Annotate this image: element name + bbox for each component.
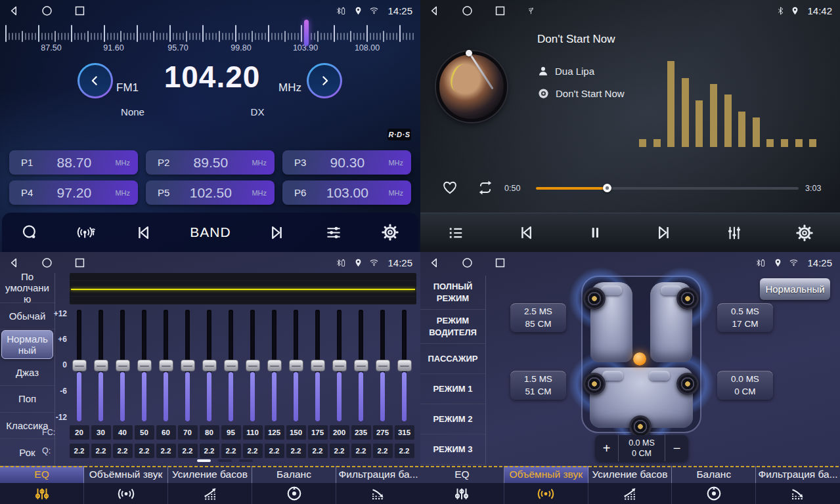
q-value-chip[interactable]: 2.2: [178, 444, 198, 458]
fc-value-chip[interactable]: 235: [351, 425, 371, 440]
slider-handle[interactable]: [332, 360, 347, 371]
q-value-chip[interactable]: 2.2: [113, 444, 133, 458]
eq-band-slider-15[interactable]: [372, 307, 393, 428]
delay-increase-button[interactable]: +: [595, 435, 618, 461]
preset-button-p6[interactable]: P6103.00MHz: [282, 180, 411, 205]
slider-handle[interactable]: [267, 360, 282, 371]
settings-button[interactable]: [381, 223, 399, 242]
progress-thumb[interactable]: [603, 184, 611, 192]
fc-value-chip[interactable]: 110: [243, 425, 263, 440]
eq-band-slider-9[interactable]: [242, 307, 263, 428]
eq-band-slider-7[interactable]: [198, 307, 220, 428]
back-button[interactable]: [8, 257, 20, 269]
slider-handle[interactable]: [159, 360, 173, 371]
fc-value-chip[interactable]: 200: [330, 425, 349, 440]
delay-decrease-button[interactable]: −: [665, 435, 688, 461]
soundfield-mode-1[interactable]: ПОЛНЫЙ РЕЖИМ: [420, 276, 485, 310]
eq-band-slider-13[interactable]: [328, 307, 350, 428]
slider-handle[interactable]: [181, 360, 195, 371]
rear-right-speaker[interactable]: [676, 373, 699, 395]
eq-band-slider-2[interactable]: [90, 307, 112, 428]
slider-handle[interactable]: [202, 360, 217, 371]
band-button[interactable]: BAND: [190, 224, 231, 240]
slider-handle[interactable]: [289, 360, 303, 371]
equalizer-button[interactable]: [725, 224, 743, 242]
q-value-chip[interactable]: 2.2: [265, 444, 284, 458]
q-value-chip[interactable]: 2.2: [243, 444, 263, 458]
slider-handle[interactable]: [224, 360, 238, 371]
settings-button[interactable]: [795, 224, 814, 242]
tab-filter[interactable]: Фильтрация ба...: [756, 466, 840, 504]
search-button[interactable]: [21, 224, 39, 242]
rear-left-speaker[interactable]: [583, 373, 606, 395]
fc-value-chip[interactable]: 20: [70, 425, 89, 440]
pause-button[interactable]: [586, 224, 604, 242]
preset-button-p3[interactable]: P390.30MHz: [282, 150, 411, 175]
q-value-chip[interactable]: 2.2: [395, 444, 414, 458]
eq-band-slider-10[interactable]: [263, 307, 285, 428]
soundfield-mode-3[interactable]: ПАССАЖИР: [420, 344, 485, 374]
fc-value-chip[interactable]: 315: [395, 425, 414, 440]
tune-down-button[interactable]: [77, 63, 113, 98]
slider-handle[interactable]: [137, 360, 152, 371]
slider-handle[interactable]: [94, 360, 108, 371]
tab-surround[interactable]: Объёмный звук: [84, 466, 168, 504]
back-button[interactable]: [428, 5, 441, 17]
front-right-delay-button[interactable]: 0.5 MS 17 CM: [717, 303, 773, 332]
next-track-button[interactable]: [655, 224, 673, 242]
fc-value-chip[interactable]: 275: [373, 425, 393, 440]
fc-value-chip[interactable]: 30: [91, 425, 111, 440]
slider-handle[interactable]: [72, 360, 87, 371]
front-left-speaker[interactable]: [583, 287, 606, 310]
soundfield-mode-4[interactable]: РЕЖИМ 1: [420, 374, 485, 404]
eq-band-slider-11[interactable]: [285, 307, 307, 428]
audio-settings-button[interactable]: [324, 224, 343, 242]
recents-button[interactable]: [74, 5, 86, 17]
q-value-chip[interactable]: 2.2: [70, 444, 89, 458]
q-value-chip[interactable]: 2.2: [200, 444, 219, 458]
fc-value-chip[interactable]: 175: [308, 425, 328, 440]
back-button[interactable]: [428, 257, 441, 269]
front-left-delay-button[interactable]: 2.5 MS 85 CM: [510, 303, 566, 332]
home-button[interactable]: [41, 5, 53, 17]
listening-position-dot[interactable]: [633, 352, 646, 366]
back-button[interactable]: [8, 5, 20, 17]
q-value-chip[interactable]: 2.2: [351, 444, 371, 458]
previous-track-button[interactable]: [517, 224, 535, 242]
fc-value-chip[interactable]: 95: [221, 425, 241, 440]
eq-band-slider-5[interactable]: [155, 307, 177, 428]
seek-down-button[interactable]: [134, 224, 152, 242]
home-button[interactable]: [461, 5, 474, 17]
repeat-button[interactable]: [475, 179, 495, 196]
q-value-chip[interactable]: 2.2: [286, 444, 306, 458]
tab-balance[interactable]: Баланс: [252, 466, 336, 504]
frequency-ruler[interactable]: 87.5091.6095.7099.80103.90108.00: [5, 22, 415, 52]
slider-handle[interactable]: [397, 360, 412, 371]
tune-up-button[interactable]: [307, 63, 342, 98]
tab-balance[interactable]: Баланс: [672, 466, 756, 504]
eq-band-slider-3[interactable]: [112, 307, 133, 428]
q-value-chip[interactable]: 2.2: [330, 444, 349, 458]
tab-surround[interactable]: Объёмный звук: [504, 466, 588, 504]
slider-handle[interactable]: [311, 360, 325, 371]
tab-eq-sliders[interactable]: EQ: [0, 466, 84, 504]
slider-handle[interactable]: [116, 360, 130, 371]
q-value-chip[interactable]: 2.2: [308, 444, 328, 458]
playlist-button[interactable]: [447, 224, 465, 242]
tab-filter[interactable]: Фильтрация ба...: [336, 466, 420, 504]
eq-band-slider-8[interactable]: [220, 307, 242, 428]
eq-band-slider-16[interactable]: [393, 307, 415, 428]
album-art[interactable]: [436, 51, 507, 122]
eq-band-slider-4[interactable]: [133, 307, 155, 428]
fc-value-chip[interactable]: 40: [113, 425, 133, 440]
front-right-speaker[interactable]: [676, 287, 699, 310]
fc-value-chip[interactable]: 80: [200, 425, 219, 440]
tab-eq-sliders[interactable]: EQ: [420, 466, 504, 504]
soundfield-preset-button[interactable]: Нормальный: [760, 278, 830, 300]
soundfield-mode-5[interactable]: РЕЖИМ 2: [420, 404, 485, 434]
q-value-chip[interactable]: 2.2: [221, 444, 241, 458]
eq-band-slider-6[interactable]: [177, 307, 198, 428]
slider-handle[interactable]: [354, 360, 368, 371]
soundfield-mode-2[interactable]: РЕЖИМ ВОДИТЕЛЯ: [420, 310, 485, 344]
recents-button[interactable]: [74, 257, 86, 269]
